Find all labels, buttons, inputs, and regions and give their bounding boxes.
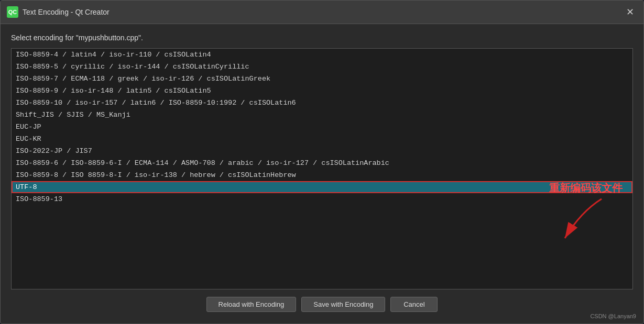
close-button[interactable]: ✕: [623, 5, 637, 19]
reload-button[interactable]: Reload with Encoding: [206, 297, 297, 312]
dialog-title: Text Encoding - Qt Creator: [23, 8, 110, 16]
watermark: CSDN @Lanyan9: [590, 313, 636, 319]
list-item[interactable]: ISO-8859-13: [12, 193, 632, 205]
button-row: Reload with Encoding Save with Encoding …: [11, 289, 633, 315]
list-container: ISO-8859-4 / latin4 / iso-ir-110 / csISO…: [11, 48, 633, 289]
list-area: ISO-8859-4 / latin4 / iso-ir-110 / csISO…: [11, 48, 633, 289]
title-bar-left: QC Text Encoding - Qt Creator: [7, 6, 110, 18]
list-item[interactable]: Shift_JIS / SJIS / MS_Kanji: [12, 109, 632, 121]
list-item[interactable]: ISO-2022-JP / JIS7: [12, 145, 632, 157]
save-button[interactable]: Save with Encoding: [301, 297, 385, 312]
list-item[interactable]: EUC-KR: [12, 133, 632, 145]
list-item[interactable]: ISO-8859-8 / ISO 8859-8-I / iso-ir-138 /…: [12, 169, 632, 181]
list-item[interactable]: ISO-8859-6 / ISO-8859-6-I / ECMA-114 / A…: [12, 157, 632, 169]
qt-logo: QC: [7, 6, 18, 18]
list-item[interactable]: EUC-JP: [12, 121, 632, 133]
dialog-window: QC Text Encoding - Qt Creator ✕ Select e…: [0, 0, 644, 324]
list-item[interactable]: ISO-8859-10 / iso-ir-157 / latin6 / ISO-…: [12, 97, 632, 109]
dialog-body: Select encoding for "mypushbutton.cpp". …: [1, 24, 643, 323]
cancel-button[interactable]: Cancel: [390, 297, 438, 312]
encoding-list[interactable]: ISO-8859-4 / latin4 / iso-ir-110 / csISO…: [11, 48, 633, 289]
list-item[interactable]: ISO-8859-4 / latin4 / iso-ir-110 / csISO…: [12, 49, 632, 61]
list-item[interactable]: ISO-8859-5 / cyrillic / iso-ir-144 / csI…: [12, 61, 632, 73]
title-bar: QC Text Encoding - Qt Creator ✕: [1, 1, 643, 24]
list-item[interactable]: ISO-8859-7 / ECMA-118 / greek / iso-ir-1…: [12, 73, 632, 85]
list-item[interactable]: UTF-8: [12, 181, 632, 193]
list-item[interactable]: ISO-8859-9 / iso-ir-148 / latin5 / csISO…: [12, 85, 632, 97]
prompt-text: Select encoding for "mypushbutton.cpp".: [11, 33, 633, 42]
